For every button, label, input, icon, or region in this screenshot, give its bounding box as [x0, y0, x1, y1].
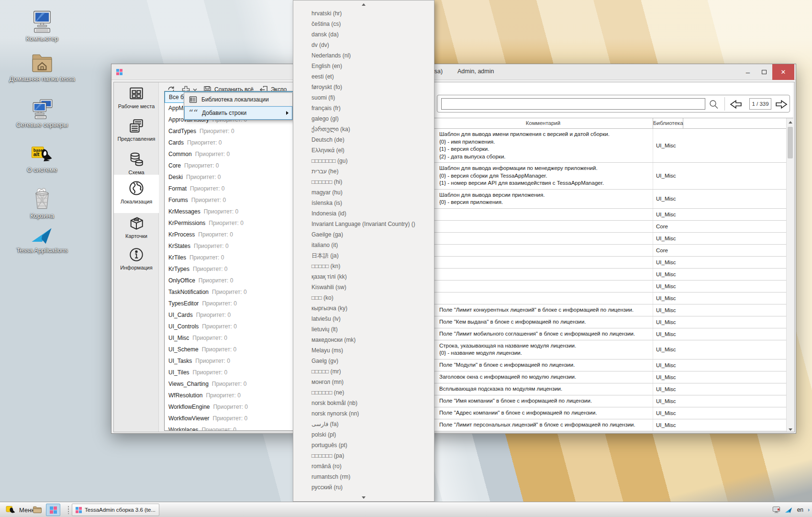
language-option[interactable]: English (en): [293, 61, 434, 71]
language-option[interactable]: Kiswahili (sw): [293, 282, 434, 292]
sidebar-item-workplaces[interactable]: Рабочие места: [114, 82, 159, 114]
language-option[interactable]: italiano (it): [293, 240, 434, 250]
language-option[interactable]: русский (ru): [293, 482, 434, 493]
library-list-item[interactable]: UI_CardsПриоритет: 0: [165, 310, 295, 321]
language-option[interactable]: □□□□□□ (ne): [293, 387, 434, 398]
table-row[interactable]: Заголовок окна с информацией по модулю л…: [434, 371, 786, 383]
library-list-item[interactable]: CoreПриоритет: 0: [165, 160, 295, 172]
language-option[interactable]: □□□□□□□ (gu): [293, 156, 434, 166]
desktop-icon-home-folder[interactable]: Домашняя папка tessa: [1, 52, 83, 82]
library-list-item[interactable]: FormatПриоритет: 0: [165, 183, 295, 195]
table-row[interactable]: Core: [434, 221, 786, 233]
language-option[interactable]: Melayu (ms): [293, 345, 434, 356]
library-list-item[interactable]: UI_MiscПриоритет: 0: [165, 333, 295, 344]
language-option[interactable]: □□□□□ (mr): [293, 366, 434, 377]
language-option[interactable]: galego (gl): [293, 113, 434, 124]
language-option[interactable]: français (fr): [293, 103, 434, 113]
table-row[interactable]: UI_Misc: [434, 209, 786, 221]
language-option[interactable]: қазақ тілі (kk): [293, 271, 434, 282]
language-option[interactable]: Indonesia (id): [293, 208, 434, 219]
library-list-item[interactable]: KrTypesПриоритет: 0: [165, 264, 295, 275]
taskbar-separator[interactable]: [67, 506, 70, 514]
maximize-button[interactable]: [756, 64, 772, 80]
library-list-item[interactable]: CardsПриоритет: 0: [165, 137, 295, 149]
keyboard-layout-indicator[interactable]: en: [797, 506, 803, 513]
library-list-item[interactable]: TaskNotificationПриоритет: 0: [165, 287, 295, 298]
display-tray-icon[interactable]: [772, 506, 780, 514]
language-option[interactable]: □□□□□□ (pa): [293, 450, 434, 461]
language-option[interactable]: монгол (mn): [293, 377, 434, 387]
header-library[interactable]: Библиотека: [653, 118, 683, 129]
bird-tray-icon[interactable]: [785, 506, 793, 514]
sidebar-item-information[interactable]: Информация: [114, 244, 159, 275]
language-option[interactable]: □□□ (ko): [293, 292, 434, 303]
library-list-item[interactable]: CommonПриоритет: 0: [165, 149, 295, 160]
language-option[interactable]: română (ro): [293, 461, 434, 472]
library-list-item[interactable]: WorkflowEngineПриоритет: 0: [165, 402, 295, 413]
library-list-item[interactable]: WorkflowViewerПриоритет: 0: [165, 413, 295, 425]
scroll-up-button[interactable]: [787, 118, 794, 126]
library-list-item[interactable]: KrPermissionsПриоритет: 0: [165, 218, 295, 229]
titlebar[interactable]: TessaAdmin сборка 3.6 (tessa) Admin, adm…: [111, 64, 796, 80]
table-row[interactable]: Шаблон для вывода версии приложения. {0}…: [434, 190, 786, 209]
library-list-item[interactable]: KrProcessПриоритет: 0: [165, 229, 295, 241]
table-row[interactable]: Шаблон для вывода информации по менеджер…: [434, 163, 786, 190]
language-option[interactable]: norsk bokmål (nb): [293, 398, 434, 408]
language-option[interactable]: lietuvių (lt): [293, 324, 434, 335]
library-list-item[interactable]: DeskiПриоритет: 0: [165, 172, 295, 183]
language-option[interactable]: føroyskt (fo): [293, 82, 434, 92]
language-option[interactable]: dv (dv): [293, 40, 434, 50]
language-option[interactable]: magyar (hu): [293, 187, 434, 198]
language-option[interactable]: 日本語 (ja): [293, 250, 434, 261]
sidebar-item-localization[interactable]: Локализация: [114, 175, 159, 213]
table-row[interactable]: Поле "Адрес компании" в блоке с информац…: [434, 407, 786, 419]
library-list-item[interactable]: WorkplacesПриоритет: 0: [165, 425, 295, 431]
search-icon[interactable]: [708, 99, 720, 110]
library-list-item[interactable]: TypesEditorПриоритет: 0: [165, 298, 295, 310]
table-scrollbar[interactable]: [786, 118, 793, 432]
library-list-item[interactable]: UI_ControlsПриоритет: 0: [165, 321, 295, 333]
language-option[interactable]: Gaeilge (ga): [293, 229, 434, 240]
table-row[interactable]: Строка, указывающая на название модуля л…: [434, 340, 786, 360]
language-option[interactable]: rumantsch (rm): [293, 472, 434, 482]
scroll-down-button[interactable]: [787, 426, 794, 432]
dropdown-scroll-up[interactable]: [293, 0, 434, 8]
language-option[interactable]: hrvatski (hr): [293, 8, 434, 19]
library-list-item[interactable]: KrStatesПриоритет: 0: [165, 241, 295, 252]
table-row[interactable]: Core: [434, 245, 786, 257]
desktop-icon-computer[interactable]: Компьютер: [1, 10, 83, 42]
sidebar-item-views[interactable]: Представления: [114, 115, 159, 146]
prev-arrow-icon[interactable]: [729, 99, 744, 110]
taskbar-task-tessaadmin[interactable]: TessaAdmin сборка 3.6 (te...: [72, 504, 159, 516]
search-input[interactable]: [441, 98, 705, 110]
table-row[interactable]: UI_Misc: [434, 233, 786, 245]
library-list-item[interactable]: KrTilesПриоритет: 0: [165, 252, 295, 264]
language-option[interactable]: suomi (fi): [293, 92, 434, 103]
library-list-item[interactable]: ForumsПриоритет: 0: [165, 195, 295, 206]
language-option[interactable]: Nederlands (nl): [293, 50, 434, 61]
language-option[interactable]: кыргызча (ky): [293, 303, 434, 314]
table-row[interactable]: Поле "Модули" в блоке с информацией по л…: [434, 360, 786, 371]
language-option[interactable]: dansk (da): [293, 29, 434, 40]
language-option[interactable]: čeština (cs): [293, 19, 434, 29]
library-list-item[interactable]: UI_TasksПриоритет: 0: [165, 356, 295, 367]
table-row[interactable]: Всплывающая подсказка по модулям лицензи…: [434, 383, 786, 395]
language-option[interactable]: فارسی (fa): [293, 419, 434, 429]
table-row[interactable]: UI_Misc: [434, 257, 786, 269]
header-comment[interactable]: Комментарий: [434, 118, 653, 129]
language-option[interactable]: □□□□□ (kn): [293, 261, 434, 271]
tessa-app-button[interactable]: [46, 504, 60, 516]
language-option[interactable]: norsk nynorsk (nn): [293, 408, 434, 419]
file-manager-button[interactable]: [31, 504, 44, 516]
minimize-button[interactable]: –: [740, 64, 756, 80]
library-list-item[interactable]: OnlyOfficeПриоритет: 0: [165, 275, 295, 287]
menu-item-add-strings[interactable]: ““ Добавить строки: [184, 106, 292, 120]
table-row[interactable]: Шаблон для вывода имени приложения с вер…: [434, 129, 786, 163]
library-list-item[interactable]: WfResolutionПриоритет: 0: [165, 390, 295, 402]
library-list-item[interactable]: UI_TilesПриоритет: 0: [165, 367, 295, 379]
language-option[interactable]: Gaelg (gv): [293, 356, 434, 366]
table-row[interactable]: UI_Misc: [434, 281, 786, 292]
language-option[interactable]: македонски (mk): [293, 335, 434, 345]
language-option[interactable]: polski (pl): [293, 429, 434, 440]
next-arrow-icon[interactable]: [774, 99, 788, 110]
